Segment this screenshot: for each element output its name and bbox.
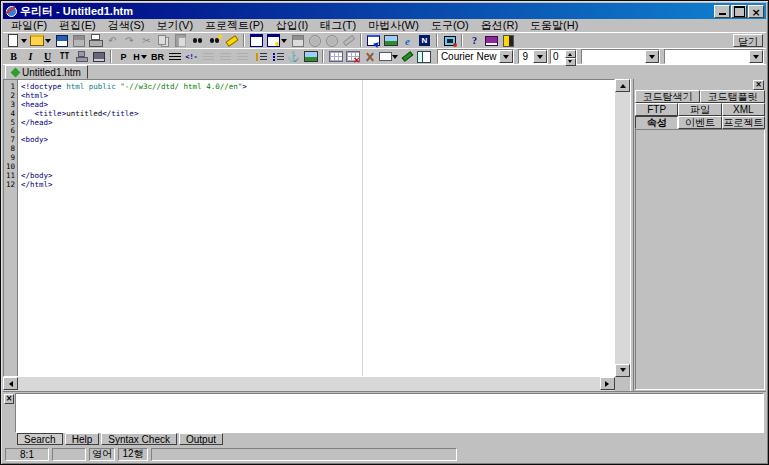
syntax-color-button[interactable] [399,50,416,64]
font-size-dropdown-icon[interactable] [533,50,547,63]
tag-combo[interactable] [581,49,660,64]
code-line[interactable]: </html> [21,180,614,189]
find-button[interactable] [189,34,206,48]
horizontal-scroll-track[interactable] [18,377,600,391]
ordered-list-button[interactable] [251,50,268,64]
code-line[interactable]: <!doctype html public "-//w3c//dtd/ html… [21,82,614,91]
code-line[interactable] [21,126,614,135]
code-line[interactable]: <title>untitled</title> [21,109,614,118]
image-viewer-button[interactable] [382,34,399,48]
browser-preview-dropdown-icon[interactable] [280,34,288,47]
browser-preview-button[interactable] [265,34,289,48]
editor-vertical-scrollbar[interactable] [615,79,630,377]
menu-item-view[interactable]: 보기(V) [150,18,199,33]
run-external-button[interactable] [441,34,458,48]
close-document-button[interactable]: 닫기 [733,34,763,47]
help-button[interactable]: ? [466,34,483,48]
insert-image-button[interactable] [302,50,319,64]
attribute-combo[interactable] [664,49,764,64]
paragraph-button[interactable]: P [115,50,132,64]
menu-item-insert[interactable]: 삽입(I) [270,18,314,33]
code-line[interactable]: <head> [21,100,614,109]
new-window-button[interactable] [248,34,265,48]
table-tools-button[interactable] [361,50,378,64]
line-break-button[interactable]: BR [149,50,166,64]
find-in-files-button[interactable] [206,34,223,48]
output-content[interactable] [15,393,764,433]
open-file-button[interactable] [29,34,53,48]
scroll-up-button[interactable] [615,79,630,92]
panel-tab-properties[interactable]: 속성 [635,116,678,129]
document-tab[interactable]: Untitled1.htm [5,65,88,79]
scroll-down-button[interactable] [615,364,630,377]
output-close-button[interactable]: × [4,394,14,404]
attribute-combo-dropdown-icon[interactable] [749,50,763,63]
unordered-list-button[interactable] [268,50,285,64]
code-line[interactable] [21,153,614,162]
scroll-left-button[interactable] [3,377,18,390]
font-size-combo[interactable]: 9 [518,49,547,64]
horizontal-rule-button[interactable] [166,50,183,64]
panel-tab-xml[interactable]: XML [722,103,765,116]
print-button[interactable] [87,34,104,48]
panel-tab-code-template[interactable]: 코드탬플릿 [700,90,765,103]
save-file-button[interactable] [53,34,70,48]
menu-item-wizard[interactable]: 마법사(W) [362,18,425,33]
exit-button[interactable] [500,34,517,48]
menu-item-help[interactable]: 도움말(H) [524,18,584,33]
output-tab-help[interactable]: Help [65,433,100,445]
panel-close-button[interactable]: × [753,80,764,90]
scroll-right-button[interactable] [600,377,615,390]
editor-code[interactable]: <!doctype html public "-//w3c//dtd/ html… [18,80,614,376]
code-line[interactable] [21,162,614,171]
heading-button[interactable]: H [132,50,149,64]
vertical-scroll-track[interactable] [615,92,630,364]
code-line[interactable]: <body> [21,135,614,144]
form-field-button[interactable] [378,50,399,64]
tag-combo-dropdown-icon[interactable] [645,50,659,63]
editor-horizontal-scrollbar[interactable] [3,377,615,391]
insert-table-button[interactable] [327,50,344,64]
open-file-dropdown-icon[interactable] [44,34,52,47]
manual-button[interactable] [483,34,500,48]
form-field-dropdown-icon[interactable] [392,50,398,63]
minimize-button[interactable] [714,5,730,18]
panel-tab-ftp[interactable]: FTP [635,103,678,116]
close-button[interactable] [748,5,764,18]
code-line[interactable] [21,144,614,153]
menu-item-edit[interactable]: 편집(E) [53,18,102,33]
netscape-button[interactable] [416,34,433,48]
teletype-button[interactable]: TT [56,50,73,64]
internet-explorer-button[interactable]: e [399,34,416,48]
maximize-button[interactable] [731,5,747,18]
code-editor[interactable]: 123456789101112 <!doctype html public "-… [3,79,615,377]
menu-item-search[interactable]: 검색(S) [102,18,151,33]
menu-item-tag[interactable]: 태그(T) [314,18,362,33]
panel-tab-files[interactable]: 파일 [678,103,721,116]
heading-dropdown-icon[interactable] [140,50,148,63]
panel-tab-code-explorer[interactable]: 코드탐색기 [635,90,700,103]
code-line[interactable]: </head> [21,118,614,127]
spinner-up-icon[interactable] [565,50,576,58]
menu-item-tools[interactable]: 도구(O) [425,18,475,33]
frameset-button[interactable] [416,50,433,64]
style-sheet-button[interactable] [90,50,107,64]
underline-button[interactable]: U [39,50,56,64]
output-tab-search[interactable]: Search [17,433,63,445]
bold-button[interactable]: B [5,50,22,64]
new-file-button[interactable] [5,34,29,48]
replace-button[interactable] [223,34,240,48]
menu-item-project[interactable]: 프로젝트(P) [199,18,270,33]
output-tab-output[interactable]: Output [179,433,223,445]
code-line[interactable]: </body> [21,171,614,180]
menu-item-file[interactable]: 파일(F) [5,18,53,33]
panel-tab-project[interactable]: 프로젝트 [722,116,765,129]
code-line[interactable]: <html> [21,91,614,100]
font-name-dropdown-icon[interactable] [499,50,513,63]
indent-spinner[interactable]: 0 [550,49,577,64]
spinner-down-icon[interactable] [565,58,576,66]
anchor-button[interactable]: ⚓ [285,50,302,64]
output-tab-syntax-check[interactable]: Syntax Check [101,433,177,445]
font-style-button[interactable] [73,50,90,64]
panel-tab-events[interactable]: 이벤트 [678,116,721,129]
